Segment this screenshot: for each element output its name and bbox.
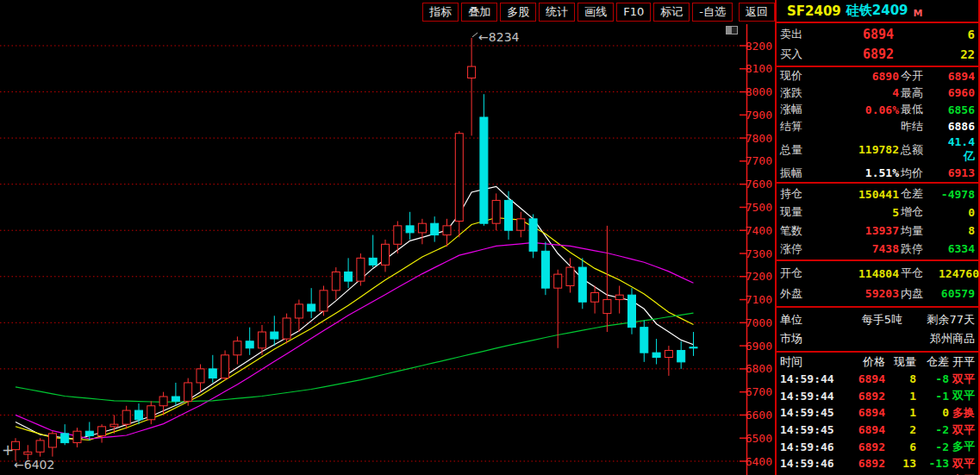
candle-up[interactable] <box>159 397 167 406</box>
candle-down[interactable] <box>172 397 179 401</box>
tape-time: 14:59:45 <box>780 406 835 419</box>
candle-up[interactable] <box>98 427 106 436</box>
tape-volume: 1 <box>885 406 916 419</box>
candle-down[interactable] <box>271 332 278 339</box>
candle-up[interactable] <box>122 410 130 424</box>
tape-row[interactable]: 14:59:47689413-7空平 <box>777 472 978 475</box>
bid-label: 买入 <box>780 47 820 62</box>
candle-down[interactable] <box>628 295 636 327</box>
btn-back[interactable]: 返回 <box>739 3 775 22</box>
candle-up[interactable] <box>603 300 611 314</box>
time-sales-section[interactable]: 时间价格现量仓差开平14:59:4468948-8双平14:59:4468921… <box>777 353 978 475</box>
candle-up[interactable] <box>443 226 451 235</box>
btn-draw-line[interactable]: 画线 <box>577 3 614 22</box>
candle-up[interactable] <box>615 295 623 299</box>
candle-down[interactable] <box>690 347 697 348</box>
btn-overlay[interactable]: 叠加 <box>461 3 497 22</box>
candle-down[interactable] <box>345 272 353 281</box>
futures-terminal: 指标叠加多股统计画线F10标记-自选返回 8200810080007900780… <box>0 0 980 475</box>
tape-row[interactable]: 14:59:4468948-8双平 <box>777 371 978 388</box>
tape-header-cell: 开平 <box>949 354 975 370</box>
candle-up[interactable] <box>554 274 562 288</box>
candle-up[interactable] <box>234 341 241 355</box>
candle-up[interactable] <box>418 223 426 233</box>
candle-up[interactable] <box>665 350 672 357</box>
tape-header-cell: 时间 <box>780 354 835 370</box>
candle-down[interactable] <box>640 328 648 353</box>
candle-up[interactable] <box>73 431 81 442</box>
candle-up[interactable] <box>259 332 266 348</box>
field-label: 持仓 <box>780 186 820 202</box>
candlestick-chart[interactable]: 8200810080007900780077007600750074007300… <box>0 24 775 475</box>
candle-up[interactable] <box>382 244 390 265</box>
candle-down[interactable] <box>480 117 488 223</box>
candle-up[interactable] <box>320 291 328 311</box>
btn-indicator[interactable]: 指标 <box>422 3 459 22</box>
candle-up[interactable] <box>394 226 402 244</box>
candle-down[interactable] <box>541 251 549 288</box>
tape-open-close-flag: 双平 <box>949 422 975 438</box>
candle-down[interactable] <box>369 258 377 265</box>
candle-down[interactable] <box>85 431 93 435</box>
candle-up[interactable] <box>357 258 365 281</box>
tape-row[interactable]: 14:59:46689213-13双平 <box>777 455 978 472</box>
axis-tick-label: 6400 <box>746 455 772 468</box>
candle-down[interactable] <box>652 353 660 357</box>
field-label: 昨结 <box>899 119 939 134</box>
candle-up[interactable] <box>147 406 155 420</box>
tape-row[interactable]: 14:59:4468921-1双平 <box>777 388 978 405</box>
btn-watchlist-remove[interactable]: -自选 <box>692 3 733 22</box>
candle-up[interactable] <box>492 200 500 223</box>
field-value: 59203 <box>820 287 899 300</box>
tape-oi-change: -2 <box>916 423 949 436</box>
candle-up[interactable] <box>566 267 574 285</box>
candle-down[interactable] <box>431 223 439 234</box>
candle-up[interactable] <box>24 452 32 454</box>
candle-down[interactable] <box>135 410 143 420</box>
field-label: 内盘 <box>899 286 939 302</box>
candle-down[interactable] <box>677 350 685 361</box>
btn-statistics[interactable]: 统计 <box>539 3 575 22</box>
candle-up[interactable] <box>295 304 303 318</box>
candle-up[interactable] <box>283 318 290 339</box>
candle-down[interactable] <box>529 219 537 251</box>
candle-down[interactable] <box>406 226 414 233</box>
tape-time: 14:59:45 <box>780 423 835 436</box>
tape-row[interactable]: 14:59:45689410多换 <box>777 404 978 422</box>
candle-up[interactable] <box>110 424 118 427</box>
candle-up[interactable] <box>184 383 192 401</box>
candle-up[interactable] <box>517 219 525 230</box>
tape-row[interactable]: 14:59:4568942-2双平 <box>777 422 978 439</box>
candle-up[interactable] <box>468 66 476 78</box>
quote-row: 外盘59203内盘60579 <box>777 286 978 302</box>
tape-open-close-flag: 多平 <box>949 439 975 454</box>
field-value: 150441 <box>820 188 899 201</box>
ask-row[interactable]: 卖出 6894 6 <box>777 27 978 42</box>
field-value: 6960 <box>939 86 975 99</box>
tape-header: 时间价格现量仓差开平 <box>777 353 978 371</box>
candle-up[interactable] <box>332 272 340 290</box>
candle-down[interactable] <box>578 267 586 302</box>
candle-down[interactable] <box>308 304 315 311</box>
candle-up[interactable] <box>197 369 204 383</box>
btn-multi-stock[interactable]: 多股 <box>500 3 536 22</box>
candle-up[interactable] <box>455 134 463 222</box>
panel-toggle-icon[interactable] <box>726 26 738 34</box>
candle-down[interactable] <box>209 369 216 378</box>
field-label: 最高 <box>899 85 939 101</box>
candle-up[interactable] <box>591 293 599 303</box>
contract-info-section: 单位 每手5吨 剩余77天 市场 郑州商品 <box>777 308 978 353</box>
axis-tick-label: 7800 <box>746 132 772 145</box>
candle-up[interactable] <box>36 441 44 452</box>
bid-row[interactable]: 买入 6892 22 <box>777 47 978 62</box>
tape-row[interactable]: 14:59:4668926-2多平 <box>777 438 978 455</box>
candle-down[interactable] <box>246 341 253 348</box>
btn-mark[interactable]: 标记 <box>653 3 690 22</box>
btn-f10[interactable]: F10 <box>616 3 651 22</box>
candle-down[interactable] <box>505 200 513 230</box>
candle-up[interactable] <box>222 355 229 378</box>
unit-value: 每手5吨 <box>820 312 902 328</box>
quote-row: 结算昨结6886 <box>777 119 978 134</box>
candle-up[interactable] <box>48 434 56 447</box>
candle-down[interactable] <box>61 434 69 443</box>
